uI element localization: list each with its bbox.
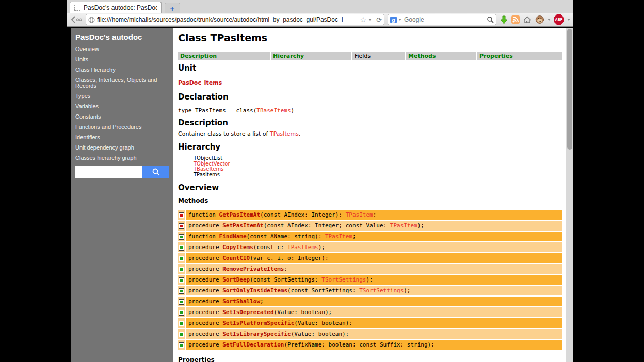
code-text: ) — [291, 107, 295, 114]
adblock-abp-icon: ABP — [554, 14, 564, 25]
code-link[interactable]: TSortSettings — [321, 276, 366, 283]
adblock-dropdown-icon[interactable] — [567, 19, 570, 21]
search-engine-dropdown-icon[interactable] — [398, 19, 401, 21]
code-link[interactable]: CopyItems — [222, 244, 253, 251]
section-tab-hierarchy[interactable]: Hierarchy — [271, 52, 351, 60]
urlbar-divider — [374, 16, 374, 23]
code-link[interactable]: TPasItems — [287, 244, 318, 251]
google-engine-icon[interactable]: g — [390, 17, 397, 23]
code-link[interactable]: SortOnlyInsideItems — [222, 287, 287, 294]
member-row: procedure SetIsPlatformSpecific(Value: b… — [178, 318, 562, 328]
monkey-addon-dropdown-icon[interactable] — [548, 19, 551, 21]
visibility-protected-icon — [179, 223, 184, 229]
code-link[interactable]: TPasItem — [325, 233, 352, 240]
adblock-button[interactable]: ABP — [554, 14, 564, 25]
member-row: procedure RemovePrivateItems; — [178, 264, 562, 274]
code-text: (const AIndex: Integer; const Value: — [264, 222, 390, 229]
code-link[interactable]: SetIsDeprecated — [222, 309, 273, 316]
bookmark-star-icon[interactable]: ☆ — [360, 16, 367, 23]
home-button[interactable] — [523, 15, 532, 24]
code-text: (Value: boolean); — [294, 320, 352, 326]
member-row: procedure CopyItems(const c: TPasItems); — [178, 242, 562, 252]
code-link[interactable]: GetPasItemAt — [219, 211, 260, 218]
code-link[interactable]: TSortSettings — [359, 287, 404, 294]
code-link[interactable]: SortDeep — [222, 276, 250, 283]
sidebar-item-types[interactable]: Types — [75, 93, 169, 99]
new-tab-button[interactable]: + — [165, 3, 180, 13]
sidebar-item-unit-dependency-graph[interactable]: Unit dependency graph — [75, 145, 169, 151]
code-link[interactable]: FindName — [219, 233, 247, 240]
code-link[interactable]: SetFullDeclaration — [222, 341, 284, 348]
hierarchy-item-tbaseitems[interactable]: TBaseItems — [194, 167, 566, 172]
code-link[interactable]: CountCIO — [222, 255, 250, 261]
sidebar-item-functions-and-procedures[interactable]: Functions and Procedures — [75, 124, 169, 130]
section-tab-methods[interactable]: Methods — [406, 52, 476, 60]
sidebar-title: PasDoc's autodoc — [75, 32, 169, 42]
sidebar-item-class-hierarchy[interactable]: Class Hierarchy — [75, 67, 169, 73]
code-link[interactable]: SetIsPlatformSpecific — [222, 320, 294, 326]
search-magnifier-icon[interactable] — [487, 16, 494, 23]
section-tabs: DescriptionHierarchyFieldsMethodsPropert… — [178, 50, 566, 59]
code-link[interactable]: TPasItem — [390, 222, 417, 229]
code-text: procedure — [188, 309, 222, 316]
hierarchy-item-tobjectvector[interactable]: TObjectVector — [194, 161, 566, 167]
sidebar-item-identifiers[interactable]: Identifiers — [75, 135, 169, 140]
page-scrollbar[interactable] — [566, 28, 573, 362]
code-link[interactable]: SortShallow — [222, 298, 260, 305]
code-link[interactable]: SetPasItemAt — [222, 222, 263, 229]
description-link[interactable]: TPasItems — [270, 130, 299, 137]
download-arrow-icon — [500, 15, 508, 24]
search-input[interactable] — [403, 15, 485, 24]
code-text: (PrefixName: boolean; const Suffix: stri… — [284, 341, 434, 348]
code-text: (const AIndex: Integer): — [260, 211, 346, 218]
unit-link[interactable]: PasDoc_Items — [178, 79, 566, 86]
visibility-cell — [178, 210, 185, 220]
code-link[interactable]: TPasItem — [346, 211, 373, 218]
magnifier-icon — [152, 168, 160, 176]
member-declaration: procedure CountCIO(var c, i, o: Integer)… — [186, 253, 562, 263]
code-text: ; — [260, 298, 264, 305]
code-text: (Value: boolean); — [291, 331, 349, 337]
sidebar-item-constants[interactable]: Constants — [75, 114, 169, 120]
monkey-addon-button[interactable] — [535, 15, 544, 24]
section-tab-properties[interactable]: Properties — [477, 52, 562, 60]
tab-title: PasDoc's autodoc: PasDoc_I... — [84, 4, 157, 11]
code-text: (const SortSettings: — [250, 276, 321, 283]
sidebar-item-units[interactable]: Units — [75, 57, 169, 62]
sidebar-search-button[interactable] — [142, 166, 169, 178]
sidebar-item-overview[interactable]: Overview — [75, 46, 169, 52]
section-tab-description[interactable]: Description — [178, 52, 270, 60]
code-text: ); — [404, 287, 410, 294]
tab-pasdoc-autodoc[interactable]: PasDoc's autodoc: PasDoc_I... — [70, 2, 162, 13]
section-tab-fields: Fields — [352, 52, 405, 60]
sidebar-item-classes-interfaces-objects-and-records[interactable]: Classes, Interfaces, Objects and Records — [75, 77, 169, 89]
sidebar-search — [75, 166, 169, 178]
reload-icon[interactable]: ⟳ — [376, 17, 382, 23]
visibility-cell — [178, 275, 185, 285]
visibility-cell — [178, 242, 185, 252]
member-row: procedure SortShallow; — [178, 297, 562, 306]
scrollbar-thumb[interactable] — [567, 29, 572, 150]
code-text: (const AName: string): — [247, 233, 325, 240]
sidebar-item-variables[interactable]: Variables — [75, 104, 169, 109]
page-favicon-placeholder-icon — [74, 5, 81, 11]
back-button[interactable] — [70, 15, 83, 24]
sidebar-item-classes-hierarchy-graph[interactable]: Classes hierarchy graph — [75, 155, 169, 161]
search-bar[interactable]: g — [388, 14, 496, 25]
code-link[interactable]: SetIsLibrarySpecific — [222, 331, 291, 337]
visibility-public-icon — [179, 299, 184, 305]
url-bar[interactable]: file:///home/michalis/sources/pasdoc/tru… — [86, 14, 384, 25]
plus-icon: + — [170, 5, 175, 12]
sidebar-search-input[interactable] — [75, 166, 142, 178]
download-button[interactable] — [500, 15, 508, 24]
code-link[interactable]: RemovePrivateItems — [222, 266, 284, 272]
visibility-public-icon — [179, 332, 184, 337]
urlbar-dropdown-icon[interactable] — [368, 19, 372, 21]
rss-button[interactable] — [511, 15, 520, 24]
member-declaration: procedure SortOnlyInsideItems(const Sort… — [186, 286, 562, 295]
code-text: (var c, i, o: Integer); — [250, 255, 328, 261]
visibility-cell — [178, 286, 185, 295]
code-link[interactable]: TBaseItems — [256, 107, 291, 114]
url-text[interactable]: file:///home/michalis/sources/pasdoc/tru… — [97, 16, 358, 23]
code-text: procedure — [188, 341, 222, 348]
